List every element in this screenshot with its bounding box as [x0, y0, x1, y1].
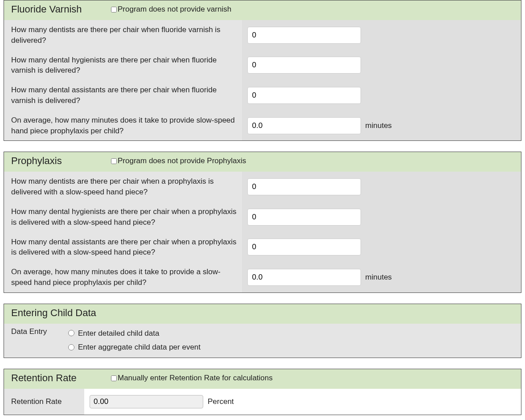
fluoride-panel: Fluoride Varnish Program does not provid… — [4, 0, 521, 141]
child-data-header: Entering Child Data — [4, 304, 521, 324]
retention-body: Retention Rate Percent — [4, 389, 521, 415]
prophylaxis-minutes-input[interactable] — [247, 269, 361, 286]
prophylaxis-panel: Prophylaxis Program does not provide Pro… — [4, 152, 521, 292]
data-entry-aggregate-radio[interactable] — [68, 344, 74, 350]
fluoride-minutes-row: On average, how many minutes does it tak… — [4, 111, 521, 141]
prophylaxis-minutes-label: On average, how many minutes does it tak… — [4, 262, 242, 292]
fluoride-dentists-input[interactable] — [247, 27, 361, 44]
fluoride-assistants-input[interactable] — [247, 87, 361, 104]
fluoride-minutes-label: On average, how many minutes does it tak… — [4, 111, 242, 141]
prophylaxis-not-provided-checkbox[interactable] — [111, 158, 117, 164]
fluoride-not-provided-checkbox[interactable] — [111, 7, 117, 12]
retention-header: Retention Rate Manually enter Retention … — [4, 369, 521, 389]
prophylaxis-header: Prophylaxis Program does not provide Pro… — [4, 152, 521, 172]
prophylaxis-hygienists-label: How many dental hygienists are there per… — [4, 202, 242, 232]
data-entry-label: Data Entry — [4, 324, 63, 358]
prophylaxis-assistants-label: How many dental assistants are there per… — [4, 232, 242, 263]
fluoride-assistants-label: How many dental assistants are there per… — [4, 80, 242, 111]
prophylaxis-minutes-row: On average, how many minutes does it tak… — [4, 262, 521, 292]
fluoride-hygienists-row: How many dental hygienists are there per… — [4, 50, 521, 81]
prophylaxis-dentists-input[interactable] — [247, 178, 361, 195]
prophylaxis-not-provided-label: Program does not provide Prophylaxis — [118, 156, 246, 165]
retention-title: Retention Rate — [11, 372, 111, 384]
retention-manual-checkbox[interactable] — [111, 375, 117, 381]
prophylaxis-dentists-label: How many dentists are there per chair wh… — [4, 172, 242, 202]
fluoride-dentists-row: How many dentists are there per chair wh… — [4, 20, 521, 50]
prophylaxis-minutes-suffix: minutes — [365, 273, 392, 282]
prophylaxis-assistants-row: How many dental assistants are there per… — [4, 232, 521, 263]
data-entry-aggregate-option[interactable]: Enter aggregate child data per event — [68, 340, 516, 354]
fluoride-title: Fluoride Varnish — [11, 4, 111, 15]
child-data-panel: Entering Child Data Data Entry Enter det… — [4, 304, 521, 358]
fluoride-not-provided-check[interactable]: Program does not provide varnish — [111, 5, 231, 14]
retention-rate-suffix: Percent — [208, 397, 234, 406]
child-data-title: Entering Child Data — [11, 307, 96, 319]
prophylaxis-hygienists-input[interactable] — [247, 209, 361, 226]
fluoride-not-provided-label: Program does not provide varnish — [118, 5, 231, 14]
prophylaxis-assistants-input[interactable] — [247, 239, 361, 255]
prophylaxis-hygienists-row: How many dental hygienists are there per… — [4, 202, 521, 232]
prophylaxis-dentists-row: How many dentists are there per chair wh… — [4, 172, 521, 202]
prophylaxis-title: Prophylaxis — [11, 155, 111, 167]
fluoride-hygienists-label: How many dental hygienists are there per… — [4, 50, 242, 81]
retention-manual-label: Manually enter Retention Rate for calcul… — [118, 374, 273, 383]
retention-manual-check[interactable]: Manually enter Retention Rate for calcul… — [111, 374, 273, 383]
prophylaxis-not-provided-check[interactable]: Program does not provide Prophylaxis — [111, 156, 246, 165]
fluoride-assistants-row: How many dental assistants are there per… — [4, 80, 521, 111]
fluoride-header: Fluoride Varnish Program does not provid… — [4, 0, 521, 20]
retention-panel: Retention Rate Manually enter Retention … — [4, 369, 521, 415]
fluoride-dentists-label: How many dentists are there per chair wh… — [4, 20, 242, 50]
data-entry-options: Enter detailed child data Enter aggregat… — [63, 324, 521, 358]
fluoride-hygienists-input[interactable] — [247, 57, 361, 74]
data-entry-aggregate-label: Enter aggregate child data per event — [78, 341, 201, 353]
retention-rate-input[interactable] — [90, 395, 203, 408]
fluoride-minutes-suffix: minutes — [365, 121, 392, 130]
fluoride-minutes-input[interactable] — [247, 117, 361, 134]
data-entry-detailed-radio[interactable] — [68, 330, 74, 336]
data-entry-detailed-label: Enter detailed child data — [78, 327, 159, 339]
data-entry-detailed-option[interactable]: Enter detailed child data — [68, 326, 516, 340]
child-data-body: Data Entry Enter detailed child data Ent… — [4, 324, 521, 358]
retention-rate-label: Retention Rate — [4, 389, 84, 415]
